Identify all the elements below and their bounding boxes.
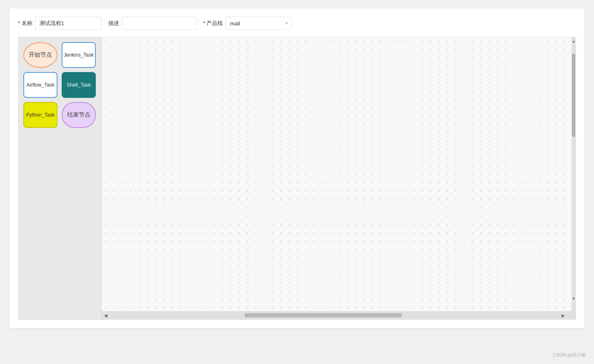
desc-input[interactable] [122, 17, 197, 30]
horizontal-scrollbar[interactable]: ◀ ▶ [102, 311, 567, 319]
scroll-down-arrow[interactable]: ▼ [572, 294, 576, 303]
tool-row-2: Airflow_Task Shell_Task [23, 72, 96, 98]
horizontal-scroll-thumb[interactable] [245, 313, 402, 317]
shell-task-node[interactable]: Shell_Task [62, 72, 96, 98]
scrollbar-corner [567, 311, 576, 319]
toolbox-panel: 开始节点 Jenkins_Task Airflow_Task Shell_Tas… [18, 37, 102, 319]
vertical-scrollbar[interactable]: ▲ ▼ [572, 37, 576, 311]
tool-row-3: Python_Task 结束节点 [23, 102, 96, 128]
canvas-dots [102, 37, 576, 319]
python-task-node[interactable]: Python_Task [23, 102, 57, 128]
scroll-up-arrow[interactable]: ▲ [572, 37, 576, 45]
name-input[interactable] [35, 17, 102, 30]
vertical-scroll-thumb[interactable] [572, 54, 575, 137]
desc-group: 描述 [108, 17, 197, 30]
product-label: * 产品线 [203, 20, 223, 27]
airflow-task-node[interactable]: Airflow_Task [23, 72, 57, 98]
name-label: * 名称 [18, 20, 32, 27]
start-node[interactable]: 开始节点 [23, 42, 57, 68]
horizontal-scroll-track [110, 311, 559, 319]
end-node[interactable]: 结束节点 [62, 102, 96, 128]
product-group: * 产品线 mall trade marketing finance ▼ [203, 17, 292, 30]
product-select-wrapper: mall trade marketing finance ▼ [225, 17, 292, 30]
tool-row-1: 开始节点 Jenkins_Task [23, 42, 96, 68]
canvas-panel[interactable]: ▲ ▼ ◀ ▶ [102, 37, 576, 319]
name-group: * 名称 [18, 17, 102, 30]
editor-area: 开始节点 Jenkins_Task Airflow_Task Shell_Tas… [18, 37, 576, 320]
jenkins-task-node[interactable]: Jenkins_Task [62, 42, 96, 68]
watermark: CSDN @码小猪 [553, 352, 586, 358]
scroll-right-arrow[interactable]: ▶ [559, 311, 567, 319]
desc-label: 描述 [108, 20, 119, 27]
product-select[interactable]: mall trade marketing finance [225, 17, 292, 30]
form-row: * 名称 描述 * 产品线 mall trade marketing finan… [18, 17, 576, 30]
scroll-left-arrow[interactable]: ◀ [102, 311, 110, 319]
